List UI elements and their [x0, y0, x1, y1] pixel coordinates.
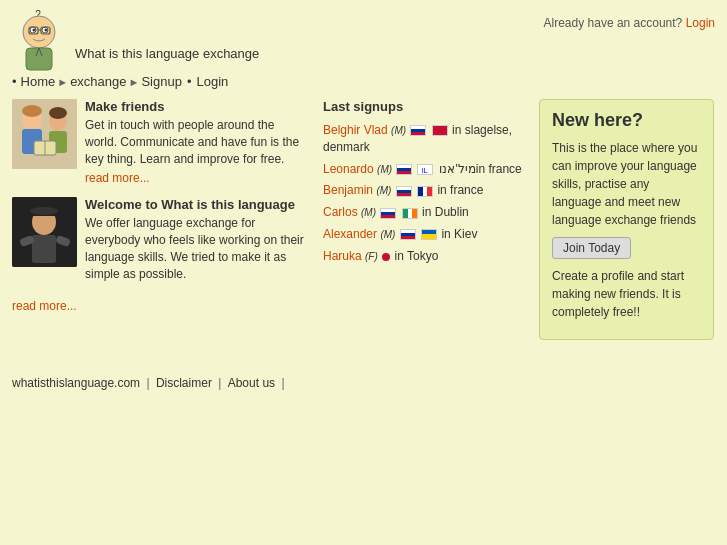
new-here-box: New here? This is the place where you ca…: [539, 99, 714, 340]
header-login-link[interactable]: Login: [686, 16, 715, 30]
footer-link-disclaimer[interactable]: Disclaimer: [156, 376, 212, 390]
signup-location-4: in Kiev: [441, 227, 477, 241]
nav-sep-3: •: [187, 74, 192, 89]
site-logo: ?: [12, 8, 67, 68]
nav-sep-2: ►: [129, 76, 140, 88]
signup-location-1b: in france: [476, 162, 522, 176]
flag-ua-4: [421, 229, 437, 240]
signup-location-1: מיל'אנו: [436, 162, 476, 176]
footer-sep-2: |: [218, 376, 224, 390]
read-more-make-friends[interactable]: read more...: [85, 171, 307, 185]
article-welcome-title: Welcome to What is this language: [85, 197, 307, 212]
signup-gender-1: (M): [377, 163, 392, 177]
nav-exchange[interactable]: exchange: [68, 74, 128, 89]
right-column: New here? This is the place where you ca…: [539, 99, 714, 340]
signup-gender-3: (M): [361, 206, 376, 220]
nav-home[interactable]: Home: [19, 74, 58, 89]
footer: whatisthislanguage.com | Disclaimer | Ab…: [0, 364, 727, 396]
flag-il-1: IL: [417, 164, 433, 175]
svg-point-5: [45, 29, 48, 32]
signup-item-2: Benjamin (M) in france: [323, 182, 523, 199]
header-right: Already have an account? Login: [544, 16, 715, 30]
flag-ru-2: [396, 186, 412, 197]
signup-name-2[interactable]: Benjamin: [323, 183, 373, 197]
signup-gender-2: (M): [376, 184, 391, 198]
main-content: Make friends Get in touch with people ar…: [0, 95, 727, 344]
site-title: What is this language exchange: [75, 46, 259, 61]
signup-location-3: in Dublin: [422, 205, 469, 219]
signup-gender-0: (M): [391, 124, 406, 138]
footer-sep-3: |: [281, 376, 284, 390]
join-today-button[interactable]: Join Today: [552, 237, 631, 259]
flag-ru-4: [400, 229, 416, 240]
article-image-welcome: [12, 197, 77, 267]
flag-ru-0: [410, 125, 426, 136]
flag-fr-2: [417, 186, 433, 197]
signup-location-5: in Tokyo: [395, 249, 439, 263]
main-nav: • Home ► exchange ► Signup • Login: [0, 72, 727, 95]
article-welcome: Welcome to What is this language We offe…: [12, 197, 307, 286]
flag-ru-3: [380, 208, 396, 219]
svg-point-18: [49, 107, 67, 119]
footer-sep-1: |: [146, 376, 152, 390]
svg-point-15: [22, 105, 42, 117]
new-here-heading: New here?: [552, 110, 701, 131]
new-here-body: This is the place where you can improve …: [552, 139, 701, 229]
article-make-friends: Make friends Get in touch with people ar…: [12, 99, 307, 185]
signup-name-5[interactable]: Haruka: [323, 249, 362, 263]
signup-item-4: Alexander (M) in Kiev: [323, 226, 523, 243]
svg-point-24: [30, 207, 58, 215]
nav-signup[interactable]: Signup: [139, 74, 183, 89]
already-account-text: Already have an account?: [544, 16, 683, 30]
signup-item-1: Leonardo (M) IL מיל'אנו in france: [323, 161, 523, 178]
read-more-welcome[interactable]: read more...: [12, 299, 307, 313]
flag-ie-3: [402, 208, 418, 219]
new-here-footer-text: Create a profile and start making new fr…: [552, 267, 701, 321]
svg-rect-25: [32, 235, 56, 263]
signup-item-5: Haruka (F) in Tokyo: [323, 248, 523, 265]
flag-dk-0: [432, 125, 448, 136]
last-signups-section: Last signups Belghir Vlad (M) in slagels…: [323, 99, 523, 340]
article-make-friends-text: Make friends Get in touch with people ar…: [85, 99, 307, 185]
article-make-friends-title: Make friends: [85, 99, 307, 114]
signup-name-3[interactable]: Carlos: [323, 205, 358, 219]
svg-rect-9: [26, 48, 52, 70]
flag-ru-1: [396, 164, 412, 175]
signup-name-0[interactable]: Belghir Vlad: [323, 123, 388, 137]
footer-link-about[interactable]: About us: [228, 376, 275, 390]
svg-point-4: [33, 29, 36, 32]
footer-link-site[interactable]: whatisthislanguage.com: [12, 376, 140, 390]
nav-sep-1: ►: [57, 76, 68, 88]
article-image-make-friends: [12, 99, 77, 169]
left-column: Make friends Get in touch with people ar…: [12, 99, 307, 340]
header: ? What is this languag: [0, 0, 727, 72]
signup-gender-4: (M): [380, 228, 395, 242]
logo-area: ? What is this languag: [12, 8, 259, 68]
signup-location-2: in france: [437, 183, 483, 197]
nav-login[interactable]: Login: [194, 74, 230, 89]
article-make-friends-body: Get in touch with people around the worl…: [85, 117, 307, 167]
signup-name-4[interactable]: Alexander: [323, 227, 377, 241]
article-welcome-text: Welcome to What is this language We offe…: [85, 197, 307, 286]
signup-item-0: Belghir Vlad (M) in slagelse, denmark: [323, 122, 523, 156]
article-welcome-body: We offer language exchange for everybody…: [85, 215, 307, 282]
signup-gender-5: (F): [365, 250, 378, 264]
nav-bullet: •: [12, 74, 17, 89]
signup-name-1[interactable]: Leonardo: [323, 162, 374, 176]
signup-item-3: Carlos (M) in Dublin: [323, 204, 523, 221]
svg-rect-12: [12, 99, 77, 169]
flag-jp-5: [382, 253, 390, 261]
last-signups-heading: Last signups: [323, 99, 523, 114]
